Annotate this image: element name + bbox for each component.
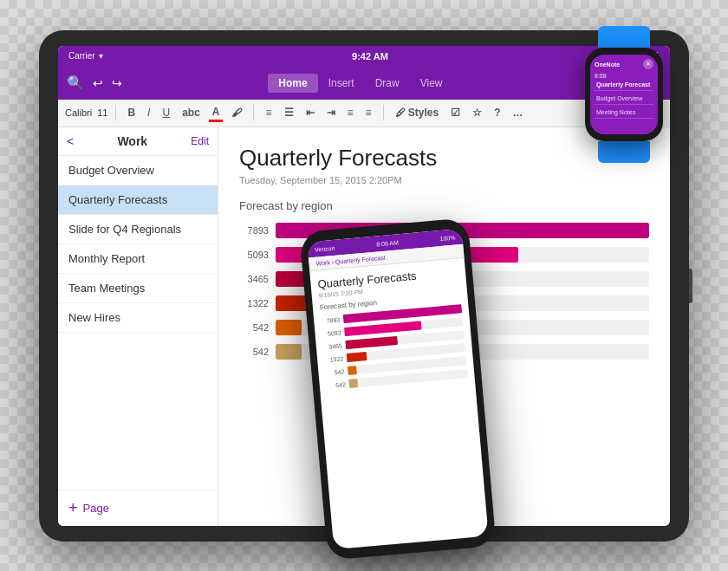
font-color-button[interactable]: A — [209, 104, 224, 122]
tab-view[interactable]: View — [410, 74, 453, 93]
phone-bar-fill — [348, 366, 356, 375]
underline-button[interactable]: U — [159, 105, 173, 120]
search-icon[interactable]: 🔍 — [67, 75, 84, 91]
tab-draw[interactable]: Draw — [365, 74, 410, 93]
phone-bar-label: 5093 — [322, 329, 341, 337]
numbered-list-button[interactable]: ☰ — [281, 105, 297, 120]
bar-label: 7893 — [239, 225, 269, 236]
highlight-button[interactable]: 🖌 — [228, 105, 245, 120]
watch: OneNote ✕ 8:08 Quarterly Forecast Budget… — [572, 26, 676, 152]
add-icon: + — [68, 499, 78, 517]
strikethrough-button[interactable]: abc — [179, 105, 204, 120]
watch-item-budget[interactable]: Budget Overview — [595, 93, 653, 105]
font-size[interactable]: 11 — [97, 107, 107, 118]
sidebar: < Work Edit Budget Overview Quarterly Fo… — [58, 127, 218, 526]
watch-screen: OneNote ✕ 8:08 Quarterly Forecast Budget… — [590, 55, 658, 134]
outdent-button[interactable]: ⇤ — [302, 105, 318, 120]
phone-bar-label: 3465 — [323, 342, 343, 350]
undo-icon[interactable]: ↩ — [93, 76, 103, 90]
sidebar-header: < Work Edit — [58, 127, 218, 156]
phone: Verizon 8:08 AM 100% Work › Quarterly Fo… — [299, 217, 496, 561]
sidebar-item-slide-q4[interactable]: Slide for Q4 Regionals — [58, 215, 218, 244]
watch-items: Quarterly Forecast Budget Overview Meeti… — [595, 79, 653, 119]
wifi-icon: ▾ — [99, 51, 103, 61]
sidebar-back-icon[interactable]: < — [67, 134, 74, 148]
bullet-list-button[interactable]: ≡ — [262, 105, 275, 120]
watch-body: OneNote ✕ 8:08 Quarterly Forecast Budget… — [585, 48, 663, 141]
sidebar-item-new-hires[interactable]: New Hires — [58, 303, 218, 333]
font-name[interactable]: Calibri — [65, 107, 92, 118]
sidebar-item-quarterly-forecasts[interactable]: Quarterly Forecasts — [58, 185, 218, 215]
carrier-text: Carrier — [68, 51, 95, 61]
tab-home[interactable]: Home — [268, 74, 317, 93]
bar-label: 542 — [239, 322, 269, 333]
watch-band-bottom — [598, 141, 650, 163]
styles-button[interactable]: 🖊 Styles — [392, 105, 443, 120]
status-time: 9:42 AM — [352, 51, 388, 62]
more-button[interactable]: … — [510, 105, 527, 120]
status-carrier: Carrier ▾ — [68, 51, 103, 61]
phone-bar-fill — [348, 379, 357, 388]
sidebar-item-monthly-report[interactable]: Monthly Report — [58, 244, 218, 274]
phone-bar-label: 1322 — [324, 355, 344, 363]
tablet-side-button[interactable] — [689, 269, 692, 303]
indent-button[interactable]: ⇥ — [323, 105, 339, 120]
phone-screen: Verizon 8:08 AM 100% Work › Quarterly Fo… — [307, 229, 488, 549]
page-date: Tuesday, September 15, 2015 2:20PM — [239, 175, 649, 185]
bar-fill — [276, 320, 302, 335]
phone-bar-label: 7893 — [321, 316, 341, 324]
help-button[interactable]: ? — [491, 105, 504, 120]
phone-bar-fill — [347, 352, 367, 362]
phone-bar-chart: 7893 5093 3465 1322 542 542 — [321, 304, 468, 390]
toolbar-left: 🔍 ↩ ↪ — [67, 75, 122, 91]
sidebar-title: Work — [117, 134, 147, 148]
italic-button[interactable]: I — [144, 105, 153, 120]
format-separator — [115, 105, 116, 120]
bar-label: 3465 — [239, 274, 269, 284]
phone-bar-label: 542 — [325, 368, 345, 376]
sidebar-edit-button[interactable]: Edit — [191, 135, 209, 147]
phone-battery: 100% — [439, 234, 455, 242]
checkbox-button[interactable]: ☑ — [447, 105, 464, 120]
sidebar-item-team-meetings[interactable]: Team Meetings — [58, 274, 218, 303]
format-separator3 — [383, 105, 384, 120]
phone-bar-fill — [344, 321, 422, 336]
bar-label: 542 — [239, 347, 269, 357]
tab-insert[interactable]: Insert — [318, 74, 365, 93]
sidebar-item-budget-overview[interactable]: Budget Overview — [58, 156, 218, 185]
bar-label: 1322 — [239, 298, 269, 308]
bar-fill — [276, 344, 302, 360]
add-page-button[interactable]: + Page — [58, 490, 218, 526]
align-right-button[interactable]: ≡ — [362, 105, 375, 120]
watch-app-name: OneNote — [595, 62, 620, 68]
format-separator2 — [253, 105, 254, 120]
phone-time: 8:08 AM — [376, 239, 399, 247]
add-page-label: Page — [83, 502, 109, 515]
redo-icon[interactable]: ↪ — [112, 76, 122, 90]
phone-bar-label: 542 — [327, 381, 347, 389]
watch-item-quarterly[interactable]: Quarterly Forecast — [595, 79, 653, 91]
sidebar-items: Budget Overview Quarterly Forecasts Slid… — [58, 156, 218, 490]
phone-carrier: Verizon — [315, 244, 335, 252]
bar-label: 5093 — [239, 250, 269, 260]
watch-time: 8:08 — [595, 73, 653, 79]
star-button[interactable]: ☆ — [469, 105, 485, 120]
section-title: Forecast by region — [239, 199, 649, 212]
phone-bar-fill — [345, 336, 398, 349]
phone-content: Quarterly Forecasts 9/15/15 2:20 PM Fore… — [309, 258, 488, 549]
watch-item-meeting[interactable]: Meeting Notes — [595, 107, 653, 119]
watch-close-button[interactable]: ✕ — [643, 59, 653, 69]
tabs-bar: Home Insert Draw View — [127, 74, 594, 93]
align-left-button[interactable]: ≡ — [344, 105, 357, 120]
watch-header: OneNote ✕ — [595, 59, 653, 69]
bold-button[interactable]: B — [124, 105, 139, 120]
watch-band-top — [598, 26, 650, 48]
